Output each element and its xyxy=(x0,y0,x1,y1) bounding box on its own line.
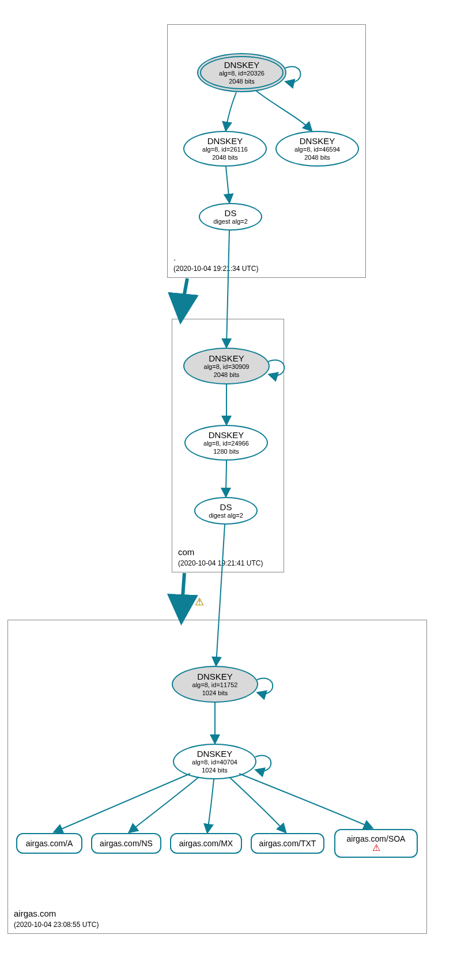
edges-layer xyxy=(0,0,461,12)
